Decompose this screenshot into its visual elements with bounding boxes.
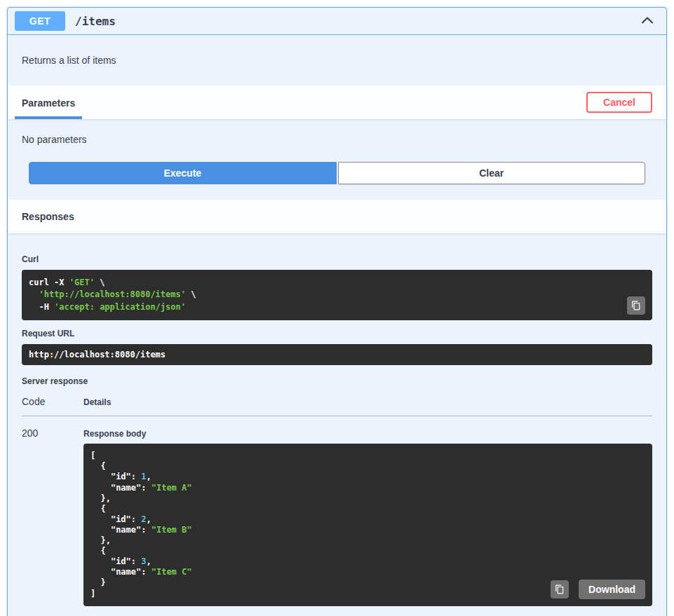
clear-button[interactable]: Clear (338, 162, 646, 184)
parameters-section-header: Parameters Cancel (8, 85, 666, 119)
chevron-up-icon (640, 13, 655, 29)
response-body-label: Response body (83, 429, 652, 439)
clipboard-icon (555, 584, 565, 594)
operation-summary[interactable]: GET /items (8, 8, 666, 35)
response-body-text: [ { "id": 1, "name": "Item A" }, { "id":… (90, 451, 645, 599)
method-badge: GET (15, 11, 65, 31)
details-column-header: Details (83, 389, 652, 416)
operation-description: Returns a list of items (8, 35, 666, 85)
operation-body: Returns a list of items Parameters Cance… (8, 35, 666, 616)
response-body-actions: Download (551, 580, 645, 599)
response-details-cell: Response body [ { "id": 1, "name": "Item… (83, 416, 652, 606)
tab-parameters[interactable]: Parameters (15, 86, 82, 119)
responses-table: Code Details 200 Response body [ { "id":… (22, 389, 652, 606)
response-status-code: 200 (22, 416, 83, 606)
responses-table-header-row: Code Details (22, 389, 652, 416)
request-url-block: http://localhost:8080/items (22, 344, 652, 365)
server-response-label: Server response (22, 376, 652, 386)
download-button[interactable]: Download (579, 580, 645, 599)
clipboard-icon (631, 301, 641, 310)
request-url-text: http://localhost:8080/items (29, 350, 645, 360)
request-url-label: Request URL (22, 329, 652, 338)
collapse-button[interactable] (637, 12, 658, 30)
responses-section-header: Responses (8, 200, 666, 233)
execute-button[interactable]: Execute (29, 162, 337, 184)
code-column-header: Code (22, 389, 83, 416)
execute-wrapper: Execute Clear (8, 145, 666, 200)
tab-parameters-label: Parameters (22, 97, 75, 109)
copy-response-button[interactable] (551, 580, 569, 598)
cancel-button[interactable]: Cancel (586, 92, 652, 113)
response-body-block: [ { "id": 1, "name": "Item A" }, { "id":… (83, 444, 652, 606)
curl-label: Curl (22, 254, 652, 264)
no-parameters-text: No parameters (8, 119, 666, 145)
curl-command-block: curl -X 'GET' \ 'http://localhost:8080/i… (22, 270, 652, 320)
copy-curl-button[interactable] (627, 296, 645, 315)
responses-section-title: Responses (22, 211, 74, 222)
operation-block-get-items: GET /items Returns a list of items Param… (7, 7, 667, 616)
curl-command-text: curl -X 'GET' \ 'http://localhost:8080/i… (29, 277, 645, 313)
operation-path: /items (75, 15, 116, 28)
response-row: 200 Response body [ { "id": 1, "name": "… (22, 416, 652, 606)
responses-content: Curl curl -X 'GET' \ 'http://localhost:8… (8, 233, 666, 616)
